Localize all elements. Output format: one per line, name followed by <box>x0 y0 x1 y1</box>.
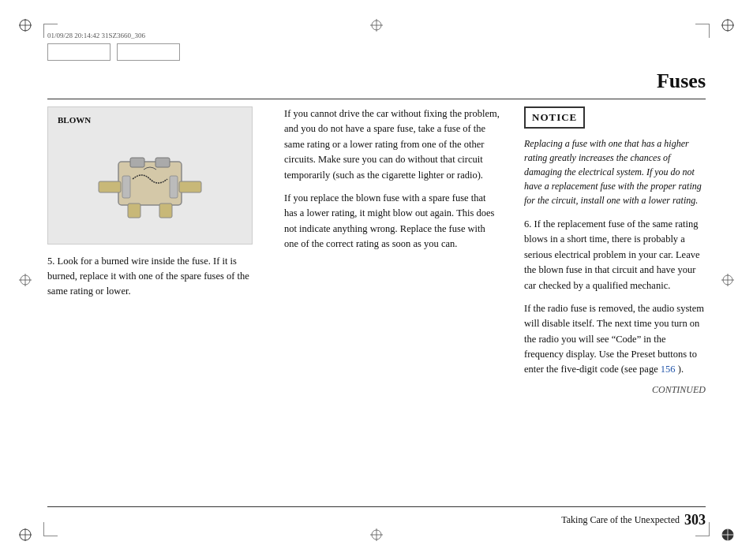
svg-rect-27 <box>130 158 144 167</box>
reg-mark-br <box>720 527 736 543</box>
step6-text: 6. If the replacement fuse of the same r… <box>524 217 706 293</box>
title-rule <box>47 99 706 99</box>
svg-rect-32 <box>159 203 172 218</box>
notice-text: Replacing a fuse with one that has a hig… <box>524 136 706 207</box>
reg-mark-top-center <box>369 17 384 33</box>
page-title: Fuses <box>657 69 706 92</box>
header-boxes <box>47 43 180 61</box>
timestamp: 01/09/28 20:14:42 31SZ3660_306 <box>47 32 145 39</box>
radio-link[interactable]: 156 <box>661 364 676 375</box>
continued-text: CONTINUED <box>524 384 706 396</box>
fuse-illustration <box>79 130 221 233</box>
reg-mark-bl <box>17 527 33 543</box>
radio-text-end: ). <box>678 364 684 375</box>
svg-rect-28 <box>155 158 170 167</box>
reg-mark-bottom-center <box>369 527 384 543</box>
header-box-1 <box>47 43 111 61</box>
footer-page: 303 <box>684 512 706 528</box>
notice-label: NOTICE <box>532 111 577 123</box>
blown-label: BLOWN <box>58 115 91 125</box>
step5-text: 5. Look for a burned wire inside the fus… <box>47 254 268 298</box>
svg-rect-25 <box>99 181 121 192</box>
reg-mark-left-center <box>17 272 33 288</box>
right-column: NOTICE Replacing a fuse with one that ha… <box>524 106 706 497</box>
middle-para2: If you replace the blown fuse with a spa… <box>284 191 500 252</box>
left-column: BLOWN <box>47 106 268 497</box>
reg-mark-tl <box>17 17 33 33</box>
header-box-2 <box>117 43 180 61</box>
page-title-area: Fuses <box>657 69 706 93</box>
notice-box: NOTICE <box>524 106 585 129</box>
main-content: BLOWN <box>47 106 706 497</box>
reg-mark-tr <box>720 17 736 33</box>
fuse-diagram: BLOWN <box>47 106 253 245</box>
page-footer: Taking Care of the Unexpected 303 <box>47 506 706 528</box>
footer-label: Taking Care of the Unexpected <box>561 514 680 526</box>
svg-rect-29 <box>122 176 130 198</box>
reg-mark-right-center <box>720 272 736 288</box>
notice-container: NOTICE <box>524 106 706 136</box>
page-header: 01/09/28 20:14:42 31SZ3660_306 <box>47 32 706 71</box>
middle-para1: If you cannot drive the car without fixi… <box>284 106 500 183</box>
svg-rect-26 <box>179 181 201 192</box>
svg-rect-31 <box>128 203 140 218</box>
middle-column: If you cannot drive the car without fixi… <box>284 106 508 497</box>
svg-rect-30 <box>170 176 178 198</box>
radio-notice-text: If the radio fuse is removed, the audio … <box>524 301 706 378</box>
